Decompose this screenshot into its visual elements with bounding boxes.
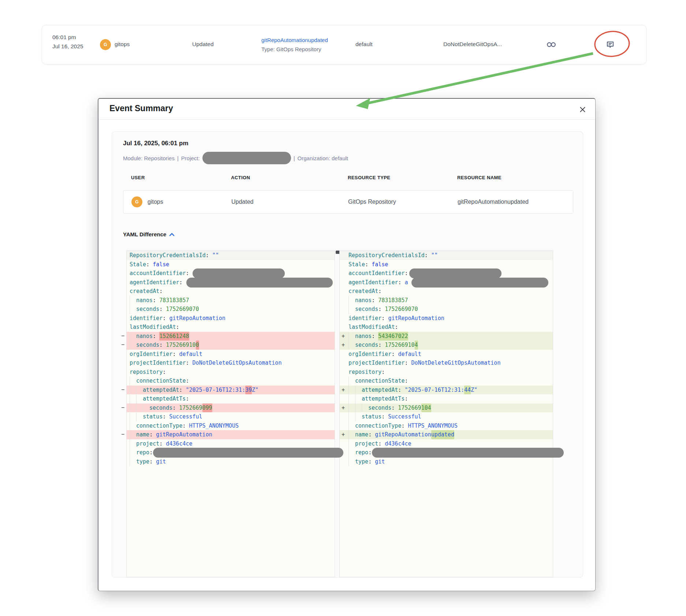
yaml-colon: : (163, 412, 169, 421)
diff-row: attemptedAtTs: (340, 394, 553, 403)
yaml-diff-viewer: −−−−− RepositoryCredentialsId: ""Stale: … (121, 251, 575, 577)
event-table: USER ACTION RESOURCE TYPE RESOURCE NAME … (123, 175, 573, 214)
diff-row: accountIdentifier: (127, 269, 335, 278)
added-line-marker: + (342, 403, 345, 413)
modal-title: Event Summary (109, 104, 173, 113)
yaml-key: connectionType (355, 421, 401, 431)
yaml-key: attemptedAtTs (362, 394, 404, 403)
diff-row: RepositoryCredentialsId: "" (127, 251, 335, 260)
yaml-colon: : (172, 350, 179, 359)
yaml-colon: : (159, 305, 166, 314)
close-icon[interactable] (578, 105, 586, 113)
yaml-value: 1752669 (398, 403, 421, 413)
yaml-key: seconds (149, 403, 172, 413)
indent-guide (130, 394, 143, 403)
diff-row: agentIdentifier: (127, 278, 335, 287)
yaml-value: DoNotDeleteGitOpsAutomation (193, 358, 282, 368)
yaml-value: HTTPS_ANONYMOUS (189, 421, 239, 431)
indent-guide (348, 376, 355, 386)
yaml-key: attemptedAt (143, 386, 179, 395)
yaml-value: Z" (252, 386, 258, 395)
redacted-value (186, 278, 333, 288)
diff-row: seconds: 1752669100 (127, 341, 335, 350)
yaml-colon: : (398, 278, 404, 287)
yaml-colon: : (381, 412, 388, 421)
diff-row: repository: (340, 368, 553, 377)
col-resource-type: RESOURCE TYPE (348, 175, 390, 180)
link-icon[interactable] (545, 38, 558, 51)
indent-guide (348, 439, 355, 448)
diff-row: project: d436c4ce (127, 439, 335, 448)
indent-guide (348, 341, 355, 350)
yaml-value: 0 (196, 341, 199, 350)
yaml-colon: : (378, 341, 385, 350)
yaml-key: RepositoryCredentialsId (130, 251, 206, 260)
yaml-colon: : (404, 394, 411, 403)
indent-guide (348, 305, 355, 314)
yaml-colon: : (372, 332, 378, 341)
indent-guide (130, 376, 136, 386)
removed-line-marker: − (121, 403, 126, 412)
diff-row: attemptedAtTs: (127, 394, 335, 403)
indent-guide (348, 412, 362, 421)
diff-row: connectionType: HTTPS_ANONYMOUS (127, 421, 335, 431)
yaml-colon: : (365, 260, 372, 269)
yaml-colon: : (153, 332, 159, 341)
yaml-value: 152661248 (159, 332, 189, 341)
organization-cell: default (355, 41, 373, 48)
event-time: 06:01 pm (52, 33, 83, 42)
yaml-value: git (375, 457, 385, 466)
col-user: USER (131, 175, 145, 180)
yaml-colon: : (404, 376, 411, 386)
yaml-value: 104 (421, 403, 431, 413)
yaml-key: orgIdentifier (348, 350, 391, 359)
resource-cell: gitRepoAutomationupdated Type: GitOps Re… (261, 35, 328, 54)
yaml-difference-toggle[interactable]: YAML Difference (123, 231, 175, 237)
diff-overview-ruler (561, 251, 574, 577)
event-timestamp: 06:01 pm Jul 16, 2025 (52, 33, 83, 51)
project-cell: DoNotDeleteGitOpsA... (443, 41, 502, 48)
indent-guide (130, 412, 143, 421)
diff-right-pane[interactable]: RepositoryCredentialsId: ""Stale: falsea… (339, 251, 553, 577)
diff-row: connectionType: HTTPS_ANONYMOUS (340, 421, 553, 431)
indent-guide (348, 421, 355, 431)
diff-row: name: gitRepoAutomation (127, 430, 335, 439)
added-line-marker: + (342, 386, 345, 395)
diff-row: Stale: false (340, 260, 553, 269)
yaml-colon: : (391, 403, 398, 413)
indent-guide (348, 457, 355, 466)
yaml-key: attemptedAt (362, 386, 398, 395)
audit-log-row[interactable]: 06:01 pm Jul 16, 2025 G gitops Updated g… (42, 25, 646, 64)
diff-row: type: git (340, 457, 553, 466)
resource-link[interactable]: gitRepoAutomationupdated (261, 35, 328, 45)
yaml-key: projectIdentifier (348, 358, 405, 368)
removed-line-marker: − (121, 385, 126, 394)
yaml-key: type (136, 457, 149, 466)
notes-icon[interactable] (604, 38, 617, 51)
diff-row: +attemptedAt: "2025-07-16T12:31:44Z" (340, 386, 553, 395)
added-line-marker: + (342, 341, 345, 350)
yaml-value: HTTPS_ANONYMOUS (408, 421, 458, 431)
user-name: gitops (148, 199, 163, 205)
diff-row: projectIdentifier: DoNotDeleteGitOpsAuto… (340, 358, 553, 368)
diff-row: orgIdentifier: default (127, 350, 335, 359)
action-value: Updated (231, 199, 254, 205)
diff-row: projectIdentifier: DoNotDeleteGitOpsAuto… (127, 358, 335, 368)
resource-type-value: GitOps Repository (348, 199, 396, 205)
yaml-key: lastModifiedAt (130, 323, 176, 332)
diff-row: createdAt: (340, 287, 553, 296)
indent-guide (130, 457, 136, 466)
yaml-value: d436c4ce (385, 439, 411, 448)
yaml-key: name (136, 430, 149, 439)
indent-guide (348, 394, 362, 403)
yaml-colon: : (149, 430, 156, 439)
yaml-colon: : (391, 350, 398, 359)
yaml-key: projectIdentifier (130, 358, 186, 368)
avatar: G (131, 196, 142, 207)
indent-guide (348, 448, 355, 457)
yaml-key: accountIdentifier (130, 269, 186, 278)
diff-left-pane[interactable]: RepositoryCredentialsId: ""Stale: falsea… (126, 251, 335, 577)
yaml-colon: : (206, 251, 212, 260)
removed-line-marker: − (121, 331, 126, 341)
yaml-value: gitRepoAutomation (156, 430, 212, 439)
